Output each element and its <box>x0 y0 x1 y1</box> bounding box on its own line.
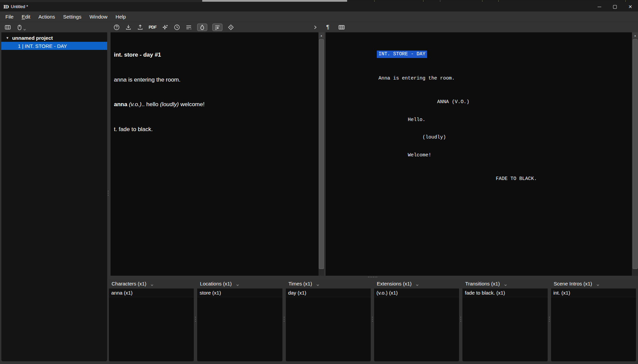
panel-header[interactable]: Locations (x1) <box>197 279 282 289</box>
panel-header[interactable]: Transitions (x1) <box>462 279 547 289</box>
editor-content[interactable]: int. store - day #1 anna is entering the… <box>111 32 318 150</box>
panel-splitter-handle[interactable] <box>372 317 373 322</box>
wrap-lines-toggle-button[interactable] <box>212 24 222 31</box>
edit-lines-icon <box>185 24 192 31</box>
app-logo-icon: ID <box>3 4 8 9</box>
diamond-dots-icon <box>227 24 234 31</box>
panel-scene-intros: Scene Intros (x1) int. (x1) <box>551 279 636 361</box>
panel-header[interactable]: Scene Intros (x1) <box>551 279 636 289</box>
preview-transition-line[interactable]: FADE TO BLACK. <box>496 176 632 182</box>
titlebar: ID Untitled * ✕ <box>0 2 638 11</box>
preview-scene-heading-line[interactable]: INT. STORE - DAY <box>378 51 632 58</box>
panel-title: Characters (x1) <box>112 281 146 286</box>
menu-edit[interactable]: Edit <box>22 14 30 20</box>
list-item[interactable]: day (x1) <box>286 289 371 297</box>
menu-file[interactable]: File <box>5 14 13 20</box>
panel-header[interactable]: Characters (x1) <box>109 279 194 289</box>
panel-times: Times (x1) day (x1) <box>286 279 371 361</box>
panel-list: anna (x1) <box>109 289 194 361</box>
export-button[interactable] <box>137 24 144 31</box>
panel-splitter-handle[interactable] <box>284 317 284 322</box>
preview-parenthetical-line[interactable]: (loudly) <box>423 134 632 141</box>
panel-splitter-handle[interactable] <box>195 317 196 322</box>
panel-extensions: Extensions (x1) (v.o.) (x1) <box>374 279 459 361</box>
list-item[interactable]: (v.o.) (x1) <box>374 289 459 297</box>
project-tree-root[interactable]: ▼ unnamed project <box>1 34 107 42</box>
minimize-button[interactable] <box>591 2 607 11</box>
pdf-export-button[interactable]: PDF <box>149 25 157 30</box>
sidebar-splitter-handle[interactable] <box>108 191 109 195</box>
scene-item-label: 1 | INT. STORE - DAY <box>18 43 67 49</box>
menu-actions[interactable]: Actions <box>38 14 55 20</box>
scroll-up-button[interactable]: ▲ <box>318 32 324 39</box>
menu-settings[interactable]: Settings <box>63 14 81 20</box>
preview-scrollbar-thumb[interactable] <box>633 39 638 269</box>
list-item[interactable]: fade to black. (x1) <box>462 289 547 297</box>
preview-scrollbar[interactable]: ▲ ▼ <box>632 32 638 276</box>
list-item[interactable]: int. (x1) <box>551 289 636 297</box>
sort-chevron-icon[interactable] <box>236 284 239 286</box>
dither-format-button[interactable] <box>227 24 234 31</box>
bottom-splitter-handle[interactable] <box>368 277 377 277</box>
close-icon: ✕ <box>628 4 632 9</box>
page-columns-button[interactable] <box>338 24 345 31</box>
triangle-up-icon: ▲ <box>320 34 323 37</box>
scene-tree-item-selected[interactable]: 1 | INT. STORE - DAY <box>1 42 107 50</box>
maximize-button[interactable] <box>607 2 622 11</box>
panel-splitter-handle[interactable] <box>460 317 461 322</box>
editor-scrollbar[interactable]: ▲ ▼ <box>318 32 324 276</box>
magic-button[interactable] <box>162 24 169 31</box>
show-formatting-button[interactable]: ¶ <box>326 24 329 31</box>
panel-title: Times (x1) <box>288 281 312 286</box>
catalog-panels: Characters (x1) anna (x1) Locations (x1)… <box>109 279 638 364</box>
preview-character-cue[interactable]: ANNA (V.O.) <box>437 99 632 105</box>
chevron-down-icon <box>23 29 26 31</box>
sort-chevron-icon[interactable] <box>597 284 599 286</box>
history-button[interactable] <box>174 24 180 31</box>
droplet-icon <box>199 24 205 30</box>
preview-action-line[interactable]: Anna is entering the room. <box>378 75 632 82</box>
script-editor-pane[interactable]: int. store - day #1 anna is entering the… <box>111 32 318 276</box>
sliver-light-segment <box>202 0 347 2</box>
theme-ink-toggle-button[interactable] <box>197 24 207 31</box>
list-item[interactable]: store (x1) <box>197 289 282 297</box>
sort-chevron-icon[interactable] <box>416 284 419 286</box>
panel-splitter-handle[interactable] <box>549 317 550 322</box>
panel-title: Locations (x1) <box>200 281 232 286</box>
sparkle-plus-icon <box>162 24 169 31</box>
editor-action-line[interactable]: anna is entering the room. <box>114 76 314 84</box>
wrap-arrow-icon <box>214 24 220 30</box>
help-button[interactable] <box>113 24 120 31</box>
panel-list: day (x1) <box>286 289 371 361</box>
import-button[interactable] <box>125 24 132 31</box>
script-preview-pane[interactable]: INT. STORE - DAY Anna is entering the ro… <box>326 32 632 276</box>
preview-dialogue-line[interactable]: Hello. <box>408 117 632 123</box>
menu-help[interactable]: Help <box>116 14 126 20</box>
chevron-right-icon <box>313 25 317 30</box>
window-controls: ✕ <box>591 2 638 11</box>
mouse-settings-button[interactable] <box>17 24 26 31</box>
editor-scrollbar-thumb[interactable] <box>319 39 324 269</box>
columns-icon <box>4 24 11 31</box>
sort-chevron-icon[interactable] <box>316 284 319 286</box>
scroll-up-button[interactable]: ▲ <box>632 32 638 39</box>
layout-columns-button[interactable] <box>4 24 11 31</box>
maximize-icon <box>613 5 617 9</box>
edit-notes-button[interactable] <box>185 24 192 31</box>
panel-list: store (x1) <box>197 289 282 361</box>
panel-header[interactable]: Extensions (x1) <box>374 279 459 289</box>
sort-chevron-icon[interactable] <box>151 284 153 286</box>
editor-transition-line[interactable]: t. fade to black. <box>114 125 314 134</box>
list-item[interactable]: anna (x1) <box>109 289 194 297</box>
expand-toolbar-button[interactable] <box>313 25 317 30</box>
preview-scene-heading-highlight[interactable]: INT. STORE - DAY <box>377 51 427 58</box>
panel-header[interactable]: Times (x1) <box>286 279 371 289</box>
editor-dialogue-line[interactable]: anna (v.o.).. hello (loudly) welcome! <box>114 100 314 109</box>
tree-collapse-icon[interactable]: ▼ <box>6 36 9 40</box>
editor-scene-heading[interactable]: int. store - day #1 <box>114 51 314 59</box>
preview-dialogue-line[interactable]: Welcome! <box>408 152 632 158</box>
close-button[interactable]: ✕ <box>622 2 638 11</box>
menu-window[interactable]: Window <box>89 14 107 20</box>
panel-list: (v.o.) (x1) <box>374 289 459 361</box>
sort-chevron-icon[interactable] <box>504 284 507 286</box>
